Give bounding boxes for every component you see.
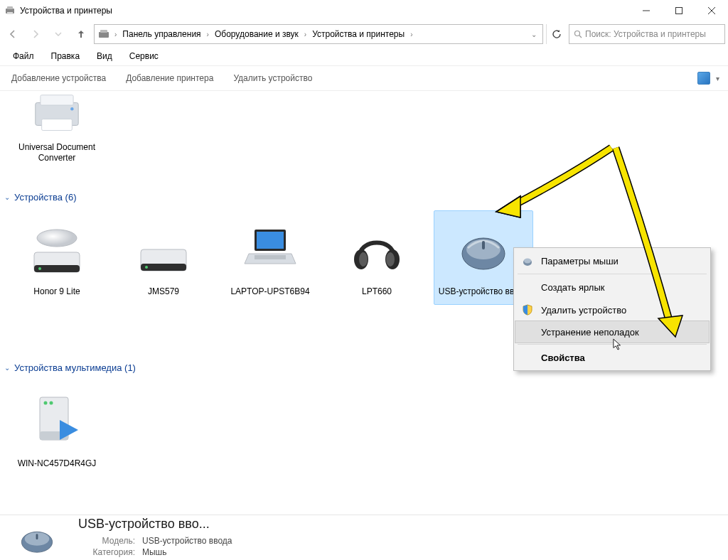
address-dropdown[interactable]: ⌄: [527, 31, 541, 38]
toolbar: Добавление устройства Добавление принтер…: [0, 65, 728, 91]
svg-rect-4: [676, 8, 682, 14]
menu-file[interactable]: Файл: [6, 49, 41, 63]
ctx-mouse-settings[interactable]: Параметры мыши: [515, 249, 709, 272]
titlebar: Устройства и принтеры: [0, 0, 728, 21]
tool-remove-device[interactable]: Удалить устройство: [228, 70, 318, 86]
svg-point-15: [37, 230, 77, 247]
svg-point-9: [575, 31, 580, 36]
svg-point-34: [44, 402, 48, 405]
caret-down-icon: ⌄: [4, 193, 10, 201]
svg-rect-8: [100, 30, 107, 33]
media-server-icon: [23, 386, 91, 454]
devices-row: Honor 9 Lite JMS579 LAPTOP-: [7, 210, 533, 305]
details-key: Модель:: [78, 536, 135, 546]
menubar: Файл Правка Вид Сервис: [0, 47, 728, 65]
chevron-right-icon[interactable]: ›: [113, 31, 118, 38]
menu-service[interactable]: Сервис: [122, 49, 166, 63]
svg-line-10: [579, 36, 582, 38]
ctx-label: Удалить устройство: [541, 305, 626, 316]
device-label: LPT660: [328, 282, 426, 304]
window-title: Устройства и принтеры: [20, 6, 630, 16]
view-mode-icon[interactable]: [697, 72, 710, 85]
device-item[interactable]: WIN-NC457D4R4GJ: [7, 382, 107, 477]
address-bar[interactable]: › Панель управления › Оборудование и зву…: [94, 24, 543, 44]
details-icon: [7, 518, 67, 558]
content-area: Universal Document Converter ⌄ Устройств…: [0, 91, 728, 515]
svg-rect-13: [42, 119, 73, 131]
svg-rect-23: [257, 232, 284, 249]
ctx-label: Устранение неполадок: [541, 327, 639, 338]
multimedia-row: WIN-NC457D4R4GJ: [7, 382, 107, 477]
history-dropdown[interactable]: [48, 24, 68, 44]
ctx-properties[interactable]: Свойства: [515, 346, 709, 369]
device-label: LAPTOP-UPST6B94: [221, 282, 319, 304]
svg-point-18: [38, 267, 41, 270]
forward-button[interactable]: [26, 24, 46, 44]
close-button[interactable]: [695, 0, 728, 21]
svg-point-14: [70, 107, 73, 110]
navbar: › Панель управления › Оборудование и зву…: [0, 21, 728, 47]
hdd-icon: [129, 214, 198, 282]
shield-icon: [521, 303, 534, 316]
context-menu: Параметры мыши Создать ярлык Удалить уст…: [513, 247, 711, 371]
svg-rect-24: [255, 255, 286, 259]
group-header-devices[interactable]: ⌄ Устройства (6): [4, 192, 77, 203]
device-item[interactable]: LPT660: [327, 210, 427, 305]
ctx-create-shortcut[interactable]: Создать ярлык: [515, 276, 709, 298]
devices-printers-icon: [4, 5, 16, 16]
search-input[interactable]: Поиск: Устройства и принтеры: [569, 24, 725, 44]
view-mode-dropdown[interactable]: ▾: [713, 75, 722, 82]
chevron-right-icon[interactable]: ›: [303, 31, 308, 38]
chevron-right-icon[interactable]: ›: [409, 31, 414, 38]
group-label: Устройства (6): [14, 192, 77, 203]
details-key: Категория:: [78, 547, 135, 557]
search-placeholder: Поиск: Устройства и принтеры: [585, 29, 706, 39]
ctx-remove-device[interactable]: Удалить устройство: [515, 298, 709, 321]
details-value: Мышь: [142, 547, 167, 557]
svg-rect-7: [99, 32, 109, 38]
device-item[interactable]: JMS579: [114, 210, 213, 305]
menu-view[interactable]: Вид: [90, 49, 119, 63]
device-label: JMS579: [114, 282, 213, 304]
printer-item[interactable]: Universal Document Converter: [7, 94, 107, 163]
group-label: Устройства мультимедиа (1): [14, 362, 136, 373]
minimize-button[interactable]: [630, 0, 663, 21]
tool-add-device[interactable]: Добавление устройства: [6, 70, 112, 86]
details-pane: USB-устройство вво... Модель: USB-устрой…: [0, 515, 728, 560]
mouse-icon: [521, 254, 534, 267]
mouse-icon: [449, 214, 518, 282]
addrbar-icon: [96, 26, 112, 42]
group-header-multimedia[interactable]: ⌄ Устройства мультимедиа (1): [4, 362, 136, 373]
svg-point-28: [386, 252, 395, 266]
device-label: WIN-NC457D4R4GJ: [8, 454, 106, 476]
ctx-troubleshoot[interactable]: Устранение неполадок: [515, 321, 710, 343]
svg-rect-1: [7, 6, 13, 9]
search-icon: [574, 30, 582, 38]
device-item[interactable]: Honor 9 Lite: [7, 210, 107, 305]
device-item[interactable]: LAPTOP-UPST6B94: [220, 210, 320, 305]
device-label: Universal Document Converter: [7, 142, 107, 163]
svg-point-35: [50, 402, 53, 405]
breadcrumb[interactable]: Оборудование и звук: [212, 28, 301, 41]
ctx-label: Создать ярлык: [541, 282, 604, 293]
laptop-icon: [236, 214, 304, 282]
svg-rect-43: [36, 534, 38, 539]
headphones-icon: [343, 214, 411, 282]
ctx-label: Свойства: [541, 352, 585, 363]
ctx-separator: [518, 344, 707, 345]
tool-add-printer[interactable]: Добавление принтера: [120, 70, 219, 86]
up-button[interactable]: [71, 24, 91, 44]
breadcrumb[interactable]: Устройства и принтеры: [309, 28, 407, 41]
ctx-label: Параметры мыши: [541, 256, 619, 266]
svg-point-37: [524, 259, 531, 264]
breadcrumb[interactable]: Панель управления: [119, 28, 203, 41]
maximize-button[interactable]: [663, 0, 695, 21]
svg-rect-31: [482, 241, 485, 249]
back-button[interactable]: [3, 24, 23, 44]
chevron-right-icon[interactable]: ›: [205, 31, 210, 38]
svg-point-27: [359, 252, 368, 266]
device-label: Honor 9 Lite: [8, 282, 106, 304]
svg-rect-12: [41, 95, 73, 105]
menu-edit[interactable]: Правка: [44, 49, 87, 63]
refresh-button[interactable]: [546, 24, 566, 44]
